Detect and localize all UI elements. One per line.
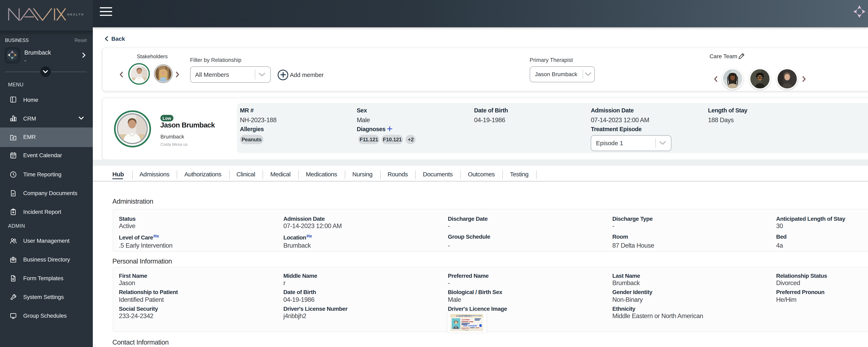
svg-text:CALIFORNIA: CALIFORNIA xyxy=(456,314,471,317)
svg-text:DRIVER LICENSE: DRIVER LICENSE xyxy=(471,315,482,316)
svg-text:08/31/1977: 08/31/1977 xyxy=(462,327,470,329)
svg-text:11234568: 11234568 xyxy=(462,318,470,320)
svg-text:Usa Template: Usa Template xyxy=(463,324,477,327)
